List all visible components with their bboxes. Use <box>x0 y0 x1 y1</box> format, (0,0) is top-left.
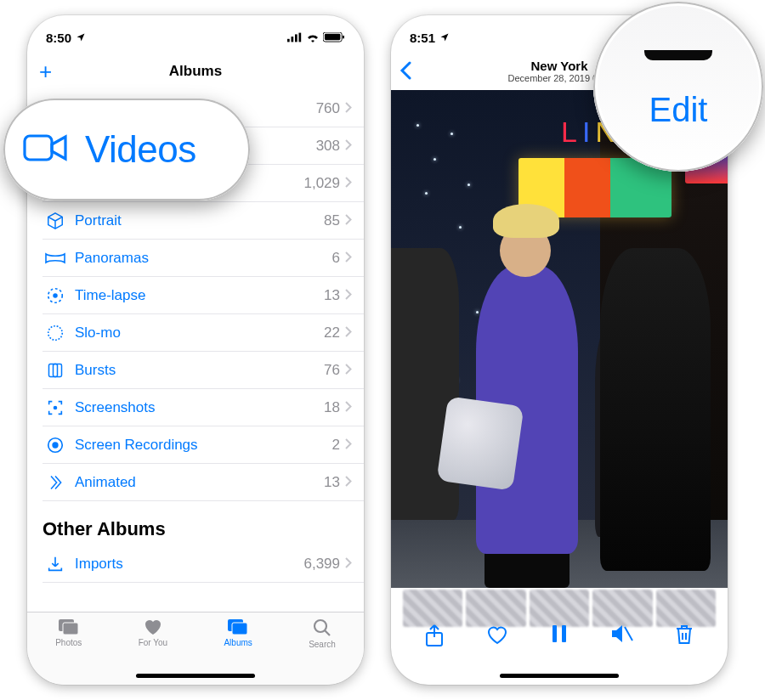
chevron-right-icon <box>345 556 352 572</box>
row-label: Time-lapse <box>75 287 324 304</box>
home-indicator[interactable] <box>136 674 255 678</box>
tab-label: For You <box>139 638 167 647</box>
row-count: 6,399 <box>303 556 340 573</box>
svg-rect-21 <box>232 623 247 635</box>
navbar-albums: + Albums <box>27 53 364 90</box>
row-label: Animated <box>75 474 324 491</box>
row-count: 1,029 <box>303 175 340 192</box>
svg-rect-23 <box>25 136 52 160</box>
row-count: 13 <box>324 287 340 304</box>
row-panoramas[interactable]: Panoramas 6 <box>42 240 364 277</box>
favorite-button[interactable] <box>479 624 516 646</box>
other-albums-header: Other Albums <box>42 501 364 545</box>
signal-icon <box>287 32 303 42</box>
chevron-right-icon <box>345 325 352 341</box>
share-button[interactable] <box>416 624 453 647</box>
clock: 8:51 <box>410 31 435 45</box>
row-count: 308 <box>316 138 340 155</box>
row-count: 13 <box>324 474 340 491</box>
row-imports[interactable]: Imports 6,399 <box>42 545 364 583</box>
svg-rect-2 <box>295 34 298 42</box>
timelapse-icon <box>42 286 68 305</box>
notch-icon <box>644 50 712 60</box>
svg-rect-19 <box>63 623 78 635</box>
svg-point-22 <box>314 620 326 632</box>
callout-videos-label: Videos <box>85 128 196 171</box>
svg-rect-25 <box>552 625 557 642</box>
chevron-right-icon <box>345 251 352 266</box>
chevron-right-icon <box>345 363 352 378</box>
row-count: 76 <box>324 362 340 379</box>
row-bursts[interactable]: Bursts 76 <box>42 352 364 389</box>
chevron-right-icon <box>345 438 352 453</box>
svg-point-11 <box>53 293 58 298</box>
pause-button[interactable] <box>541 624 578 644</box>
tab-label: Albums <box>224 638 252 647</box>
screenrec-icon <box>42 436 68 454</box>
slomo-icon <box>42 324 68 342</box>
home-indicator[interactable] <box>500 674 619 678</box>
video-icon <box>22 131 70 168</box>
mute-button[interactable] <box>603 624 640 644</box>
chevron-right-icon <box>345 101 352 116</box>
svg-point-12 <box>48 325 63 340</box>
tab-label: Photos <box>55 638 82 647</box>
import-icon <box>42 555 68 573</box>
battery-icon <box>323 32 345 42</box>
row-label: Screen Recordings <box>75 437 332 454</box>
tab-search[interactable]: Search <box>309 618 336 685</box>
row-count: 22 <box>324 325 340 342</box>
cube-icon <box>42 212 68 230</box>
chevron-right-icon <box>345 288 352 303</box>
burst-icon <box>42 362 68 379</box>
row-label: Screenshots <box>75 399 324 416</box>
row-count: 6 <box>332 250 340 267</box>
row-timelapse[interactable]: Time-lapse 13 <box>42 277 364 314</box>
chevron-right-icon <box>345 400 352 415</box>
pano-icon <box>42 252 68 264</box>
svg-rect-26 <box>562 625 566 642</box>
callout-videos: Videos <box>3 99 250 200</box>
svg-rect-0 <box>287 39 290 42</box>
tab-label: Search <box>309 640 336 649</box>
row-label: Panoramas <box>75 250 332 267</box>
tab-bar: Photos For You Albums Search <box>27 612 364 685</box>
back-button[interactable] <box>400 61 411 82</box>
video-toolbar <box>391 612 728 685</box>
row-screenshots[interactable]: Screenshots 18 <box>42 389 364 426</box>
chevron-right-icon <box>345 176 352 191</box>
svg-point-17 <box>52 442 58 448</box>
chevron-right-icon <box>345 475 352 490</box>
clock: 8:50 <box>46 31 71 45</box>
delete-button[interactable] <box>666 624 703 646</box>
location-icon <box>76 32 86 42</box>
row-count: 18 <box>324 399 340 416</box>
svg-rect-1 <box>292 37 294 42</box>
chevron-right-icon <box>345 138 352 154</box>
screenshot-icon <box>42 398 68 417</box>
svg-rect-6 <box>343 36 344 39</box>
status-bar: 8:50 <box>27 15 364 53</box>
row-count: 2 <box>332 437 340 454</box>
row-label: Portrait <box>75 212 324 229</box>
tab-photos[interactable]: Photos <box>55 618 82 685</box>
row-slomo[interactable]: Slo-mo 22 <box>42 314 364 352</box>
callout-edit: Edit <box>593 2 763 172</box>
location-icon <box>439 32 450 42</box>
callout-edit-label: Edit <box>649 91 708 129</box>
add-button[interactable]: + <box>39 60 52 82</box>
row-portrait[interactable]: Portrait 85 <box>42 202 364 240</box>
row-animated[interactable]: Animated 13 <box>42 464 364 501</box>
row-count: 85 <box>324 212 340 229</box>
animated-icon <box>42 474 68 491</box>
row-count: 760 <box>316 100 340 117</box>
svg-rect-3 <box>299 33 302 42</box>
row-label: Slo-mo <box>75 325 324 342</box>
page-title: Albums <box>169 63 222 80</box>
row-label: Imports <box>75 556 303 573</box>
row-screenrecordings[interactable]: Screen Recordings 2 <box>42 426 364 464</box>
row-label: Bursts <box>75 362 324 379</box>
svg-point-15 <box>54 405 58 409</box>
svg-rect-5 <box>325 34 340 40</box>
chevron-right-icon <box>345 213 352 229</box>
